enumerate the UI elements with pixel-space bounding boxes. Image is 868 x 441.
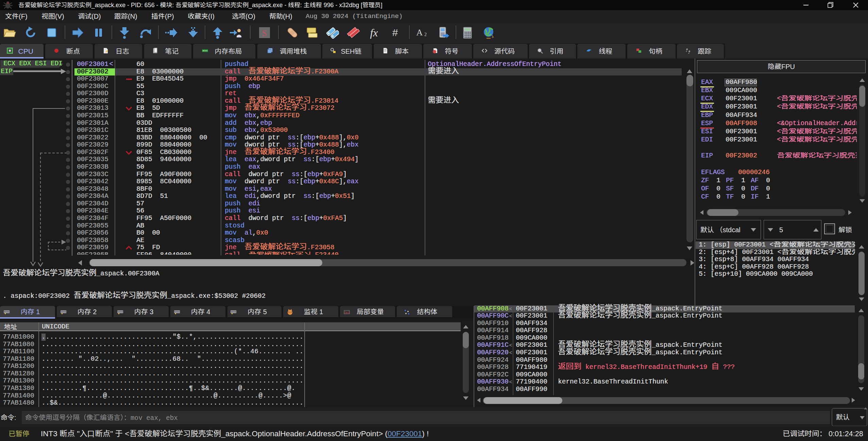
svg-text:32: 32	[6, 2, 9, 4]
svg-text:fx: fx	[370, 27, 378, 39]
svg-text:S: S	[262, 28, 267, 38]
svg-text:A: A	[416, 28, 423, 37]
svg-text:2: 2	[424, 32, 427, 37]
svg-text:#: #	[392, 27, 398, 38]
